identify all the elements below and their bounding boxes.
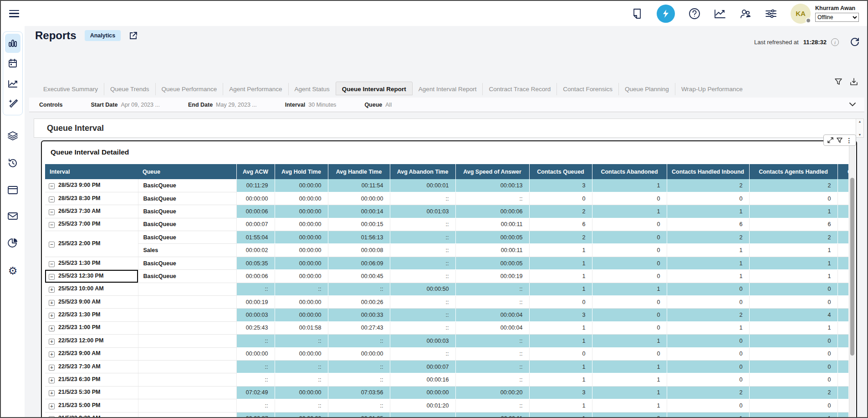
metric-cell: 07:03:56 <box>328 386 390 399</box>
sidebar-item-settings[interactable]: ⚙ <box>8 266 18 276</box>
controls-collapse-chevron-icon[interactable] <box>849 102 856 108</box>
collapse-toggle[interactable]: − <box>49 261 55 267</box>
expand-toggle[interactable]: + <box>49 377 55 383</box>
interval-cell[interactable]: +21/5/23 5:00 PM <box>45 399 138 412</box>
tab-queue-interval-report[interactable]: Queue Interval Report <box>336 82 413 95</box>
interval-cell[interactable]: +21/5/23 5:30 PM <box>45 386 138 399</box>
expand-toggle[interactable]: + <box>49 313 55 319</box>
collapse-toggle[interactable]: − <box>49 222 55 228</box>
external-link-icon[interactable] <box>129 31 138 40</box>
sidebar-item-history[interactable] <box>7 158 18 170</box>
count-cell: 2 <box>667 231 749 244</box>
metric-cell: :: <box>328 283 390 295</box>
interval-cell[interactable]: +22/5/23 12:00 PM <box>45 335 138 347</box>
tab-executive-summary[interactable]: Executive Summary <box>37 83 104 95</box>
count-cell: 0 <box>667 192 749 205</box>
sidebar-item-dashboards[interactable] <box>5 74 20 93</box>
scroll-down-arrow-icon[interactable]: ▼ <box>858 133 862 136</box>
expand-toggle[interactable]: + <box>49 325 55 331</box>
tab-agent-interval-report[interactable]: Agent Interval Report <box>413 83 483 95</box>
expand-toggle[interactable]: + <box>49 403 55 409</box>
collapse-toggle[interactable]: − <box>49 183 55 189</box>
expand-toggle[interactable]: + <box>49 339 55 345</box>
expand-toggle[interactable]: + <box>49 287 55 293</box>
tab-contract-trace-record[interactable]: Contract Trace Record <box>482 83 557 95</box>
tab-agent-status[interactable]: Agent Status <box>288 83 336 95</box>
sidebar-item-reports[interactable] <box>5 34 20 53</box>
metric-cell: :: <box>455 283 529 295</box>
sidebar-item-workspace[interactable] <box>7 186 18 196</box>
expand-toggle[interactable]: + <box>49 300 55 306</box>
sidebar-item-schedule[interactable] <box>5 54 20 73</box>
refresh-icon[interactable] <box>850 36 860 48</box>
control-queue[interactable]: Queue All <box>364 102 392 108</box>
interval-cell[interactable]: +22/5/23 1:00 PM <box>45 321 138 334</box>
scroll-up-arrow-icon[interactable]: ▲ <box>858 120 862 123</box>
table-wrap: IntervalQueueAvg ACWAvg Hold TimeAvg Han… <box>45 164 848 418</box>
table-vertical-scrollbar[interactable] <box>849 142 855 418</box>
notes-document-icon[interactable] <box>631 8 643 20</box>
interval-cell[interactable]: −25/5/23 2:00 PM <box>45 231 138 257</box>
control-start-date[interactable]: Start Date Apr 09, 2023 ... <box>91 102 160 108</box>
tab-queue-trends[interactable]: Queue Trends <box>104 83 155 95</box>
interval-cell[interactable]: +22/5/23 7:30 AM <box>45 360 138 373</box>
collapse-toggle[interactable]: − <box>49 209 55 215</box>
count-cell: 1 <box>592 335 667 347</box>
interval-cell[interactable]: −25/5/23 12:30 PM <box>45 270 138 283</box>
interval-cell[interactable]: +25/5/23 9:00 AM <box>45 296 138 309</box>
metric-cell: :: <box>275 335 328 347</box>
tab-wrap-up-performance[interactable]: Wrap-Up Performance <box>675 83 749 95</box>
filter-icon[interactable] <box>834 77 842 86</box>
tab-agent-performance[interactable]: Agent Performance <box>223 83 288 95</box>
metric-cell: :: <box>328 373 390 386</box>
expand-toggle[interactable]: + <box>49 365 55 371</box>
help-icon[interactable] <box>689 8 700 20</box>
analytics-badge: Analytics <box>85 30 121 41</box>
avatar[interactable]: KA <box>791 4 811 24</box>
expand-toggle[interactable]: + <box>49 390 55 396</box>
interval-cell[interactable]: +21/5/23 9:30 AM <box>45 412 138 418</box>
settings-sliders-icon[interactable] <box>765 8 777 20</box>
widget-filter-icon[interactable] <box>837 137 842 143</box>
collapse-toggle[interactable]: − <box>49 242 55 248</box>
interval-cell[interactable]: +22/5/23 1:30 PM <box>45 309 138 321</box>
panel-scrollbar[interactable]: ▲ ▼ <box>856 119 863 137</box>
sidebar-item-layers[interactable] <box>7 131 18 143</box>
interval-cell[interactable]: +25/5/23 10:00 AM <box>45 283 138 295</box>
info-icon[interactable]: i <box>831 38 839 46</box>
metric-cell: 00:01:03 <box>390 205 455 218</box>
expand-toggle[interactable]: + <box>49 351 55 357</box>
interval-cell[interactable]: −26/5/23 7:30 AM <box>45 205 138 218</box>
collapse-toggle[interactable]: − <box>49 274 55 280</box>
bar-chart-icon <box>8 38 18 48</box>
lightning-icon[interactable] <box>657 5 675 23</box>
metric-cell: 00:00:03 <box>390 335 455 347</box>
sidebar-item-mail[interactable] <box>7 212 18 222</box>
control-interval[interactable]: Interval 30 Minutes <box>285 102 337 108</box>
hamburger-menu-icon[interactable] <box>9 10 19 17</box>
tab-queue-planning[interactable]: Queue Planning <box>618 83 675 95</box>
sidebar-item-analytics-pie[interactable] <box>7 237 18 250</box>
interval-cell[interactable]: −28/5/23 8:30 PM <box>45 192 138 205</box>
expand-widget-icon[interactable] <box>827 137 833 143</box>
app-window: KA Khurram Awan Offline <box>0 0 868 418</box>
collapse-toggle[interactable]: − <box>49 196 55 202</box>
table-row: −25/5/23 7:00 PMBasicQueue00:00:0700:00:… <box>45 218 848 231</box>
control-end-date[interactable]: End Date May 29, 2023 ... <box>188 102 257 108</box>
interval-cell[interactable]: −25/5/23 7:00 PM <box>45 218 138 231</box>
agent-status-select[interactable]: Offline <box>815 13 859 22</box>
tab-queue-performance[interactable]: Queue Performance <box>155 83 223 95</box>
user-block: KA Khurram Awan Offline <box>791 4 859 24</box>
users-icon[interactable] <box>740 8 751 20</box>
expand-toggle[interactable]: + <box>49 416 55 418</box>
interval-cell[interactable]: −28/5/23 9:00 PM <box>45 179 138 192</box>
interval-cell[interactable]: +21/5/23 6:30 PM <box>45 373 138 386</box>
sidebar-item-customize[interactable] <box>5 94 20 113</box>
interval-cell[interactable]: −25/5/23 1:30 PM <box>45 257 138 269</box>
interval-cell[interactable]: +22/5/23 9:00 AM <box>45 347 138 360</box>
kebab-menu-icon[interactable]: ⋮ <box>846 137 853 144</box>
tab-contact-forensics[interactable]: Contact Forensics <box>557 83 618 95</box>
download-icon[interactable] <box>850 77 858 86</box>
metrics-chart-icon[interactable] <box>714 8 726 20</box>
scrollbar-thumb[interactable] <box>850 178 854 356</box>
